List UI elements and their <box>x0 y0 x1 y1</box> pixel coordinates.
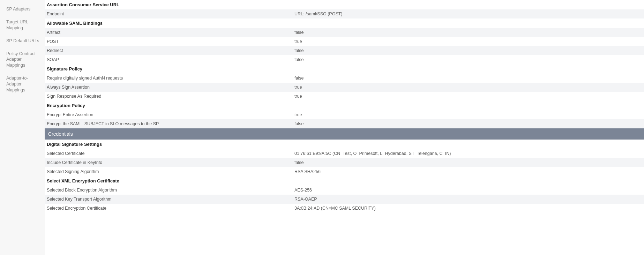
digsig-sel-cert-row: Selected Certificate 01:76:61:E9:8A:5C (… <box>45 149 644 158</box>
sigpolicy-sign-resp-value: true <box>294 94 641 99</box>
xmlenc-key-trans-value: RSA-OAEP <box>294 197 641 202</box>
sigpolicy-sign-resp-label: Sign Response As Required <box>47 94 294 99</box>
sigpolicy-always-sign-value: true <box>294 85 641 90</box>
encpolicy-subject-row: Encrypt the SAML_SUBJECT in SLO messages… <box>45 119 644 128</box>
sigpolicy-always-sign-label: Always Sign Assertion <box>47 85 294 90</box>
sigpolicy-always-sign-row: Always Sign Assertion true <box>45 83 644 92</box>
acs-endpoint-value: URL: /saml/SSO (POST) <box>294 12 641 16</box>
digsig-sel-alg-label: Selected Signing Algorithm <box>47 169 294 174</box>
xmlenc-block-row: Selected Block Encryption Algorithm AES-… <box>45 186 644 195</box>
bindings-artifact-value: false <box>294 30 641 35</box>
xmlenc-key-trans-label: Selected Key Transport Algorithm <box>47 197 294 202</box>
acs-endpoint-row: Endpoint URL: /saml/SSO (POST) <box>45 9 644 18</box>
encpolicy-heading: Encryption Policy <box>45 101 644 110</box>
digsig-heading: Digital Signature Settings <box>45 140 644 149</box>
xmlenc-enc-cert-label: Selected Encryption Certificate <box>47 206 294 211</box>
bindings-artifact-row: Artifact false <box>45 28 644 37</box>
bindings-heading: Allowable SAML Bindings <box>45 18 644 28</box>
sigpolicy-sign-resp-row: Sign Response As Required true <box>45 92 644 101</box>
digsig-sel-alg-value: RSA SHA256 <box>294 169 641 174</box>
bindings-post-row: POST true <box>45 37 644 46</box>
bindings-soap-label: SOAP <box>47 57 294 62</box>
encpolicy-subject-label: Encrypt the SAML_SUBJECT in SLO messages… <box>47 121 294 126</box>
main-content: Assertion Consumer Service URL Endpoint … <box>45 0 644 255</box>
digsig-inc-cert-label: Include Certificate in KeyInfo <box>47 160 294 165</box>
acs-heading: Assertion Consumer Service URL <box>45 0 644 9</box>
bindings-artifact-label: Artifact <box>47 30 294 35</box>
xmlenc-key-trans-row: Selected Key Transport Algorithm RSA-OAE… <box>45 195 644 204</box>
sigpolicy-heading: Signature Policy <box>45 64 644 74</box>
digsig-inc-cert-row: Include Certificate in KeyInfo false <box>45 158 644 167</box>
xmlenc-heading: Select XML Encryption Certificate <box>45 176 644 186</box>
acs-endpoint-label: Endpoint <box>47 12 294 16</box>
bindings-redirect-label: Redirect <box>47 48 294 53</box>
credentials-band: Credentials <box>45 128 644 140</box>
bindings-redirect-value: false <box>294 48 641 53</box>
bindings-soap-value: false <box>294 57 641 62</box>
sidebar-item-policy-contract-adapter-mappings[interactable]: Policy Contract Adapter Mappings <box>6 51 41 69</box>
sigpolicy-req-signed-label: Require digitally signed AuthN requests <box>47 76 294 81</box>
xmlenc-block-value: AES-256 <box>294 188 641 193</box>
sigpolicy-req-signed-row: Require digitally signed AuthN requests … <box>45 74 644 83</box>
sidebar-item-sp-default-urls[interactable]: SP Default URLs <box>6 38 41 44</box>
sidebar-item-adapter-to-adapter-mappings[interactable]: Adapter-to-Adapter Mappings <box>6 75 41 93</box>
xmlenc-block-label: Selected Block Encryption Algorithm <box>47 188 294 193</box>
sigpolicy-req-signed-value: false <box>294 76 641 81</box>
xmlenc-enc-cert-value: 3A:0B:24:AD (CN=MC SAML SECURITY) <box>294 206 641 211</box>
digsig-sel-cert-value: 01:76:61:E9:8A:5C (CN=Test, O=Primesoft,… <box>294 151 641 156</box>
encpolicy-subject-value: false <box>294 121 641 126</box>
digsig-inc-cert-value: false <box>294 160 641 165</box>
digsig-sel-alg-row: Selected Signing Algorithm RSA SHA256 <box>45 167 644 176</box>
encpolicy-entire-label: Encrypt Entire Assertion <box>47 112 294 117</box>
xmlenc-enc-cert-row: Selected Encryption Certificate 3A:0B:24… <box>45 204 644 213</box>
digsig-sel-cert-label: Selected Certificate <box>47 151 294 156</box>
bindings-redirect-row: Redirect false <box>45 46 644 55</box>
bindings-post-label: POST <box>47 39 294 44</box>
encpolicy-entire-row: Encrypt Entire Assertion true <box>45 110 644 119</box>
sidebar-item-sp-adapters[interactable]: SP Adapters <box>6 6 41 12</box>
encpolicy-entire-value: true <box>294 112 641 117</box>
bindings-post-value: true <box>294 39 641 44</box>
sidebar-item-target-url-mapping[interactable]: Target URL Mapping <box>6 19 41 31</box>
sidebar: SP Adapters Target URL Mapping SP Defaul… <box>0 0 45 255</box>
bindings-soap-row: SOAP false <box>45 55 644 64</box>
